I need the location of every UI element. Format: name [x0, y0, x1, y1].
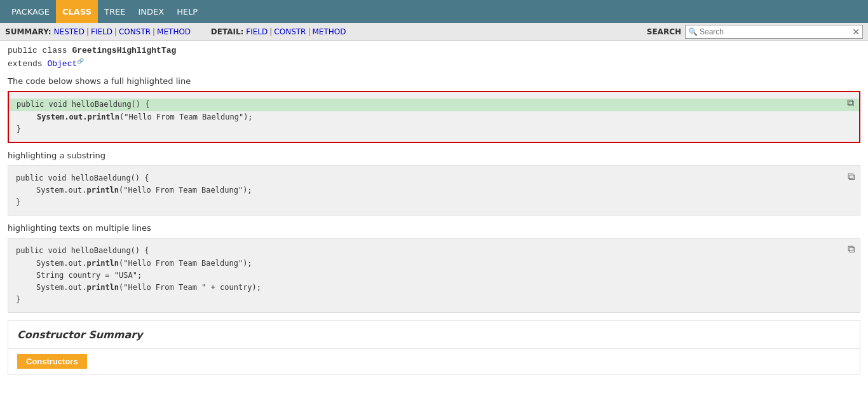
extends-text: extends: [8, 59, 47, 69]
summary-constr-link[interactable]: CONSTR: [119, 27, 151, 36]
sep4: |: [269, 27, 272, 36]
detail-field-link[interactable]: FIELD: [246, 27, 268, 36]
nav-help[interactable]: HELP: [170, 0, 204, 23]
code-line-2-1: public void helloBaeldung() {: [16, 172, 834, 184]
code-content-3: public void helloBaeldung() { System.out…: [16, 245, 834, 306]
extends-link-icon: 🔗: [77, 58, 84, 65]
code-line-3-4: System.out.println("Hello From Team " + …: [16, 282, 834, 294]
summary-label: SUMMARY:: [5, 27, 51, 36]
code-content-1: public void helloBaeldung() { System.out…: [17, 99, 834, 135]
search-box: 🔍 ✕: [685, 25, 863, 39]
subnav-left: SUMMARY: NESTED | FIELD | CONSTR | METHO…: [5, 27, 346, 36]
search-input[interactable]: [700, 27, 852, 36]
main-content: public class GreetingsHighlightTag exten…: [0, 41, 868, 405]
sub-navigation: SUMMARY: NESTED | FIELD | CONSTR | METHO…: [0, 23, 868, 41]
nav-package[interactable]: PACKAGE: [5, 0, 56, 23]
code-line-2-2: System.out.println("Hello From Team Bael…: [16, 184, 834, 196]
class-modifier: public class: [8, 46, 72, 55]
copy-button-3[interactable]: ⧉: [848, 244, 855, 255]
nav-tree[interactable]: TREE: [98, 0, 132, 23]
constructor-summary-header: Constructor Summary: [8, 321, 860, 349]
search-icon: 🔍: [688, 27, 698, 36]
extends-line: extends Object🔗: [8, 58, 860, 69]
sep3: |: [153, 27, 155, 36]
constructor-summary-title: Constructor Summary: [17, 329, 851, 341]
class-name: GreetingsHighlightTag: [72, 46, 176, 55]
code-line-2-3: }: [16, 196, 834, 209]
code-block-3: ⧉ public void helloBaeldung() { System.o…: [8, 238, 860, 313]
nav-index[interactable]: INDEX: [132, 0, 170, 23]
sep2: |: [114, 27, 117, 36]
section3-label: highlighting texts on multiple lines: [8, 223, 860, 233]
code-line-3-1: public void helloBaeldung() {: [16, 245, 834, 257]
class-header: public class GreetingsHighlightTag: [8, 46, 860, 55]
constructor-summary-section: Constructor Summary Constructors: [8, 320, 860, 374]
copy-button-1[interactable]: ⧉: [847, 97, 854, 109]
section2-label: highlighting a substring: [8, 151, 860, 160]
summary-method-link[interactable]: METHOD: [157, 27, 191, 36]
detail-label: DETAIL:: [211, 27, 244, 36]
extends-class-link[interactable]: Object: [47, 59, 77, 69]
detail-spacer: [198, 27, 203, 36]
summary-nested-link[interactable]: NESTED: [54, 27, 85, 36]
code-bold-1: System.out.: [37, 113, 87, 121]
search-clear-button[interactable]: ✕: [852, 27, 860, 36]
subnav-right: SEARCH 🔍 ✕: [647, 25, 863, 39]
search-label: SEARCH: [647, 27, 681, 36]
nav-class[interactable]: CLASS: [56, 0, 98, 23]
code-content-2: public void helloBaeldung() { System.out…: [16, 172, 834, 209]
copy-button-2[interactable]: ⧉: [848, 171, 855, 182]
code-line-3-3: String country = "USA";: [16, 270, 834, 282]
constructors-badge-container: Constructors: [8, 349, 860, 374]
sep5: |: [308, 27, 310, 36]
code-line-1-3: }: [17, 123, 834, 135]
detail-constr-link[interactable]: CONSTR: [274, 27, 306, 36]
detail-method-link[interactable]: METHOD: [312, 27, 346, 36]
code-block-2: ⧉ public void helloBaeldung() { System.o…: [8, 165, 860, 216]
summary-field-link[interactable]: FIELD: [91, 27, 112, 36]
code-line-1-2: System.out.println("Hello From Team Bael…: [17, 111, 834, 123]
code-block-1: ⧉ public void helloBaeldung() { System.o…: [8, 91, 860, 143]
section1-label: The code below shows a full highlighted …: [8, 76, 860, 86]
code-line-1-1: public void helloBaeldung() {: [9, 99, 859, 111]
code-line-3-2: System.out.println("Hello From Team Bael…: [16, 257, 834, 270]
constructors-badge-button[interactable]: Constructors: [17, 354, 87, 369]
sep1: |: [86, 27, 89, 36]
top-navigation: PACKAGE CLASS TREE INDEX HELP: [0, 0, 868, 23]
code-line-3-5: }: [16, 294, 834, 306]
